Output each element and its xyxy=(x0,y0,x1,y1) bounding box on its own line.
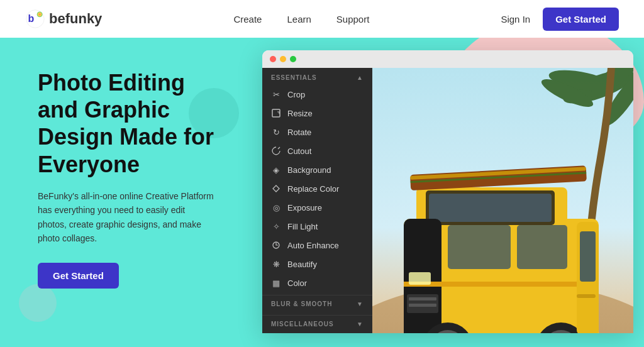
window-close-dot xyxy=(270,56,276,62)
sidebar-essentials-header: ESSENTIALS ▲ xyxy=(262,68,372,85)
beautify-icon: ❋ xyxy=(271,259,281,269)
hero-section: Photo Editing and Graphic Design Made fo… xyxy=(0,38,644,347)
photo-area xyxy=(372,68,633,333)
sign-in-link[interactable]: Sign In xyxy=(501,14,530,25)
sidebar: ESSENTIALS ▲ ✂ Crop xyxy=(262,68,372,333)
essentials-chevron: ▲ xyxy=(357,74,364,81)
crop-icon: ✂ xyxy=(271,89,281,99)
svg-rect-31 xyxy=(409,304,436,307)
hero-get-started-button[interactable]: Get Started xyxy=(38,263,119,289)
cutout-icon xyxy=(271,146,281,156)
rotate-icon: ↻ xyxy=(271,127,281,137)
fill-light-icon: ✧ xyxy=(271,221,281,231)
svg-rect-35 xyxy=(577,294,596,298)
svg-rect-15 xyxy=(429,194,552,222)
sidebar-item-resize[interactable]: Resize xyxy=(262,104,372,123)
svg-point-2 xyxy=(37,11,43,17)
svg-rect-3 xyxy=(272,109,280,117)
sidebar-item-cutout[interactable]: Cutout xyxy=(262,141,372,160)
svg-rect-17 xyxy=(448,225,511,269)
sidebar-item-auto-enhance[interactable]: Auto Enhance xyxy=(262,236,372,255)
sidebar-item-crop[interactable]: ✂ Crop xyxy=(262,85,372,104)
sidebar-item-color[interactable]: ▦ Color xyxy=(262,273,372,292)
sidebar-miscellaneous-header: MISCELLANEOUS ▼ xyxy=(262,315,372,333)
nav-create[interactable]: Create xyxy=(233,14,262,25)
hero-app-preview: ESSENTIALS ▲ ✂ Crop xyxy=(252,38,644,347)
hero-content: Photo Editing and Graphic Design Made fo… xyxy=(0,38,252,347)
resize-icon xyxy=(271,108,281,118)
miscellaneous-chevron: ▼ xyxy=(357,321,364,328)
nav-support[interactable]: Support xyxy=(336,14,370,25)
sidebar-blur-smooth-header: BLUR & SMOOTH ▼ xyxy=(262,295,372,312)
blur-smooth-chevron: ▼ xyxy=(357,300,364,307)
sidebar-item-fill-light[interactable]: ✧ Fill Light xyxy=(262,217,372,236)
sidebar-item-beautify[interactable]: ❋ Beautify xyxy=(262,255,372,273)
window-maximize-dot xyxy=(290,56,296,62)
photo-placeholder xyxy=(372,68,633,333)
svg-rect-19 xyxy=(404,282,599,287)
logo-icon: b xyxy=(25,9,45,29)
svg-text:b: b xyxy=(28,13,34,24)
auto-enhance-icon xyxy=(271,240,281,250)
replace-color-icon xyxy=(271,184,281,194)
window-titlebar xyxy=(262,50,633,68)
svg-rect-34 xyxy=(580,231,596,282)
background-icon: ◈ xyxy=(271,165,281,175)
sidebar-item-exposure[interactable]: ◎ Exposure xyxy=(262,198,372,217)
header: b befunky Create Learn Support Sign In G… xyxy=(0,0,644,38)
svg-rect-18 xyxy=(517,225,567,269)
header-get-started-button[interactable]: Get Started xyxy=(543,8,619,31)
app-body: ESSENTIALS ▲ ✂ Crop xyxy=(262,68,633,333)
sidebar-item-background[interactable]: ◈ Background xyxy=(262,160,372,179)
svg-rect-32 xyxy=(409,272,431,285)
sidebar-item-rotate[interactable]: ↻ Rotate xyxy=(262,123,372,141)
logo-wordmark: befunky xyxy=(49,11,102,27)
hero-description: BeFunky's all-in-one online Creative Pla… xyxy=(38,189,214,246)
svg-rect-30 xyxy=(409,297,436,300)
app-window: ESSENTIALS ▲ ✂ Crop xyxy=(262,50,633,333)
sidebar-item-replace-color[interactable]: Replace Color xyxy=(262,179,372,198)
nav-learn[interactable]: Learn xyxy=(287,14,311,25)
exposure-icon: ◎ xyxy=(271,202,281,212)
logo: b befunky xyxy=(25,9,102,29)
main-nav: Create Learn Support xyxy=(233,14,369,25)
color-icon: ▦ xyxy=(271,278,281,288)
header-actions: Sign In Get Started xyxy=(501,8,619,31)
window-minimize-dot xyxy=(280,56,286,62)
hero-title: Photo Editing and Graphic Design Made fo… xyxy=(38,69,226,178)
